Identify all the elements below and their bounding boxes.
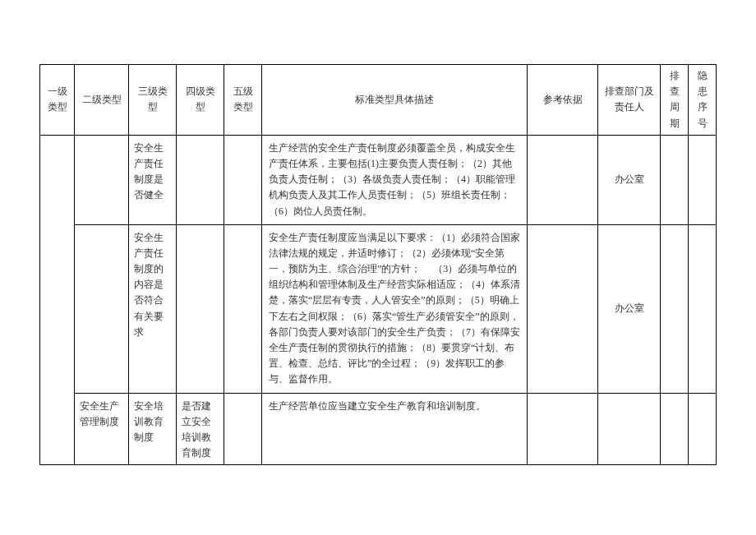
- header-lv3: 三级类型: [129, 65, 177, 136]
- header-lv5: 五级类型: [224, 65, 262, 136]
- table-row: 安全生产责任制度是否健全 生产经营的安全生产责任制度必须覆盖全员，构成安全生产责…: [40, 135, 717, 224]
- cell-desc: 生产经营单位应当建立安全生产教育和培训制度。: [262, 393, 528, 465]
- cell-lv3: 安全培训教育制度: [129, 393, 177, 465]
- cell-lv4: [177, 135, 224, 224]
- cell-lv4: [177, 224, 224, 393]
- cell-cycle: [661, 224, 689, 393]
- header-lv1: 一级类型: [40, 65, 75, 136]
- table-header-row: 一级类型 二级类型 三级类型 四级类型 五级类型 标准类型具体描述 参考依据 排…: [40, 65, 717, 136]
- cell-dept: 办公室: [598, 135, 661, 224]
- cell-seq: [689, 135, 717, 224]
- table-row: 安全生产责任制度的内容是否符合有关要求 安全生产责任制度应当满足以下要求：（1）…: [40, 224, 717, 393]
- header-dept: 排查部门及责任人: [598, 65, 661, 136]
- header-basis: 参考依据: [528, 65, 598, 136]
- cell-lv5: [224, 224, 262, 393]
- cell-dept: 办公室: [598, 224, 661, 393]
- table-row: 安全生产管理制度 安全培训教育制度 是否建立安全培训教育制度 生产经营单位应当建…: [40, 393, 717, 465]
- cell-lv5: [224, 393, 262, 465]
- header-desc: 标准类型具体描述: [262, 65, 528, 136]
- cell-basis: [528, 224, 598, 393]
- cell-lv3: 安全生产责任制度的内容是否符合有关要求: [129, 224, 177, 393]
- header-seq: 隐患序号: [689, 65, 717, 136]
- cell-basis: [528, 135, 598, 224]
- cell-basis: [528, 393, 598, 465]
- cell-lv1: [40, 135, 75, 465]
- cell-lv3: 安全生产责任制度是否健全: [129, 135, 177, 224]
- cell-desc: 安全生产责任制度应当满足以下要求：（1）必须符合国家法律法规的规定，并适时修订；…: [262, 224, 528, 393]
- cell-lv2: 安全生产管理制度: [75, 393, 129, 465]
- header-lv4: 四级类型: [177, 65, 224, 136]
- cell-dept: [598, 393, 661, 465]
- cell-lv2: [75, 224, 129, 393]
- cell-lv5: [224, 135, 262, 224]
- header-cycle: 排查周期: [661, 65, 689, 136]
- cell-desc: 生产经营的安全生产责任制度必须覆盖全员，构成安全生产责任体系，主要包括(1)主要…: [262, 135, 528, 224]
- header-lv2: 二级类型: [75, 65, 129, 136]
- cell-lv2: [75, 135, 129, 224]
- cell-seq: [689, 224, 717, 393]
- cell-seq: [689, 393, 717, 465]
- cell-lv4: 是否建立安全培训教育制度: [177, 393, 224, 465]
- cell-cycle: [661, 135, 689, 224]
- safety-table: 一级类型 二级类型 三级类型 四级类型 五级类型 标准类型具体描述 参考依据 排…: [39, 64, 717, 465]
- cell-cycle: [661, 393, 689, 465]
